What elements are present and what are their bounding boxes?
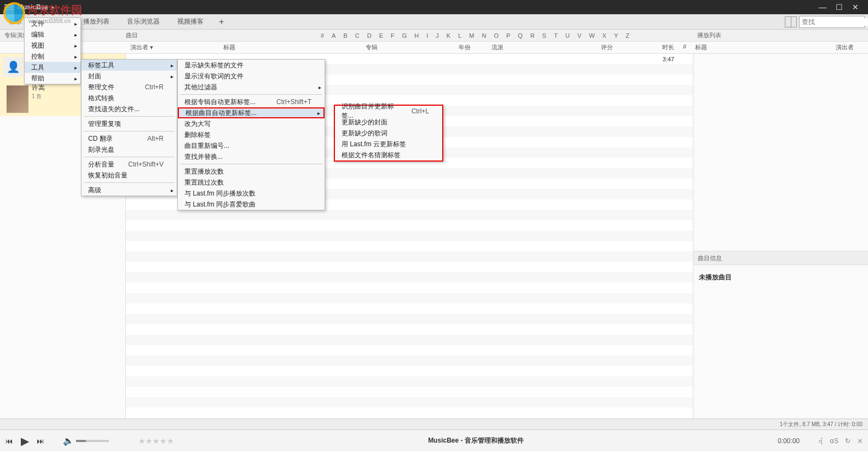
col-title[interactable]: 标题 bbox=[219, 43, 361, 51]
lastfm-icon[interactable]: ɑS bbox=[830, 437, 838, 445]
title-dropdown-icon[interactable]: ▾ bbox=[51, 4, 54, 10]
pl-col-title[interactable]: 标题 bbox=[695, 43, 707, 51]
menu-cover[interactable]: 封面▸ bbox=[82, 71, 177, 82]
alpha-letter[interactable]: S bbox=[542, 32, 546, 39]
track-row[interactable] bbox=[126, 324, 693, 335]
alpha-letter[interactable]: O bbox=[494, 32, 499, 39]
track-row[interactable] bbox=[126, 283, 693, 293]
add-tab-button[interactable]: + bbox=[212, 17, 230, 27]
alpha-letter[interactable]: W bbox=[589, 32, 594, 39]
track-row[interactable] bbox=[126, 262, 693, 272]
alpha-letter[interactable]: A bbox=[332, 32, 335, 39]
pl-col-num[interactable]: # bbox=[683, 43, 686, 51]
alpha-letter[interactable]: Y bbox=[614, 32, 618, 39]
track-row[interactable] bbox=[126, 376, 693, 387]
menu-renumber[interactable]: 曲目重新编号... bbox=[178, 140, 325, 151]
menu-advanced[interactable]: 高级▸ bbox=[82, 185, 177, 196]
alpha-letter[interactable]: Z bbox=[626, 32, 629, 39]
volume-control[interactable]: 🔈 bbox=[63, 435, 109, 446]
alpha-letter[interactable]: X bbox=[603, 32, 606, 39]
repeat-icon[interactable]: ↻ bbox=[845, 437, 850, 445]
track-row[interactable] bbox=[126, 397, 693, 408]
menu-lastfm-sync-play[interactable]: 与 Last.fm 同步播放次数 bbox=[178, 188, 325, 199]
track-row[interactable] bbox=[126, 231, 693, 241]
menu-control[interactable]: 控制▸ bbox=[25, 51, 80, 62]
alpha-letter[interactable]: # bbox=[321, 32, 324, 39]
alpha-letter[interactable]: P bbox=[506, 32, 510, 39]
menu-delete-tags[interactable]: 删除标签 bbox=[178, 129, 325, 140]
track-row[interactable] bbox=[126, 303, 693, 314]
menu-manage-dup[interactable]: 管理重复项 bbox=[82, 118, 177, 129]
menu-file[interactable]: 文件▸ bbox=[25, 18, 80, 29]
track-row[interactable] bbox=[126, 314, 693, 324]
alpha-letter[interactable]: B bbox=[343, 32, 347, 39]
track-row[interactable] bbox=[126, 210, 693, 220]
maximize-button[interactable]: ☐ bbox=[831, 3, 847, 12]
play-button[interactable]: ▶ bbox=[21, 434, 29, 448]
track-row[interactable] bbox=[126, 366, 693, 376]
hamburger-icon[interactable] bbox=[4, 4, 13, 10]
menu-help[interactable]: 帮助▸ bbox=[25, 73, 80, 84]
alpha-letter[interactable]: K bbox=[447, 32, 450, 39]
menu-lastfm-sync-love[interactable]: 与 Last.fm 同步喜爱歌曲 bbox=[178, 199, 325, 210]
alpha-letter[interactable]: M bbox=[469, 32, 474, 39]
menu-tag-tools[interactable]: 标签工具▸ bbox=[82, 60, 177, 71]
alpha-letter[interactable]: J bbox=[436, 32, 439, 39]
col-rating[interactable]: 评分 bbox=[597, 43, 646, 51]
menu-show-missing-lyrics[interactable]: 显示没有歌词的文件 bbox=[178, 71, 325, 82]
menu-update-by-album[interactable]: 根据专辑自动更新标签...Ctrl+Shift+T bbox=[178, 96, 325, 107]
track-row[interactable] bbox=[126, 293, 693, 303]
prev-button[interactable]: ⏮ bbox=[5, 437, 13, 445]
menu-analyze-vol[interactable]: 分析音量Ctrl+Shift+V bbox=[82, 159, 177, 170]
menu-tools[interactable]: 工具▸ bbox=[25, 62, 80, 73]
col-year[interactable]: 年份 bbox=[454, 43, 487, 51]
tab-video-podcast[interactable]: 视频播客 bbox=[169, 14, 212, 29]
menu-reset-play[interactable]: 重置播放次数 bbox=[178, 166, 325, 177]
menu-organize[interactable]: 整理文件Ctrl+R bbox=[82, 82, 177, 93]
shuffle-icon[interactable]: ⤨ bbox=[857, 437, 863, 445]
menu-guess-filename[interactable]: 根据文件名猜测标签 bbox=[335, 150, 442, 161]
menu-to-upper[interactable]: 改为大写 bbox=[178, 118, 325, 129]
track-row[interactable] bbox=[126, 387, 693, 397]
track-row[interactable] bbox=[126, 335, 693, 345]
menu-view[interactable]: 视图▸ bbox=[25, 40, 80, 51]
equalizer-icon[interactable]: ⢾ bbox=[818, 437, 823, 445]
col-album[interactable]: 专辑 bbox=[361, 43, 454, 51]
menu-update-by-track[interactable]: 根据曲目自动更新标签...▸ bbox=[178, 107, 325, 118]
menu-cd-rip[interactable]: CD 翻录Alt+R bbox=[82, 133, 177, 144]
next-button[interactable]: ⏭ bbox=[37, 437, 44, 445]
tab-playlist[interactable]: 播放列表 bbox=[74, 14, 118, 29]
alpha-letter[interactable]: I bbox=[426, 32, 428, 39]
alpha-letter[interactable]: U bbox=[565, 32, 570, 39]
track-row[interactable] bbox=[126, 345, 693, 356]
rating-stars[interactable]: ★★★★★ bbox=[138, 437, 174, 445]
alpha-letter[interactable]: H bbox=[414, 32, 419, 39]
alpha-letter[interactable]: C bbox=[355, 32, 360, 39]
alpha-letter[interactable]: N bbox=[482, 32, 486, 39]
layout-icon[interactable] bbox=[785, 16, 797, 27]
search-input[interactable] bbox=[802, 18, 868, 26]
col-artist[interactable]: 演出者 ▾ bbox=[126, 43, 219, 51]
track-row[interactable] bbox=[126, 220, 693, 231]
alpha-letter[interactable]: G bbox=[402, 32, 407, 39]
alpha-letter[interactable]: V bbox=[577, 32, 581, 39]
alpha-letter[interactable]: T bbox=[554, 32, 558, 39]
track-row[interactable] bbox=[126, 408, 693, 418]
menu-identify-track[interactable]: 识别曲目并更新标签...Ctrl+L bbox=[335, 106, 442, 117]
menu-format-convert[interactable]: 格式转换 bbox=[82, 93, 177, 104]
alpha-letter[interactable]: Q bbox=[518, 32, 523, 39]
tab-music-browser[interactable]: 音乐浏览器 bbox=[118, 14, 169, 29]
menu-update-cover[interactable]: 更新缺少的封面 bbox=[335, 117, 442, 128]
track-row[interactable] bbox=[126, 272, 693, 283]
menu-lastfm-cloud[interactable]: 用 Last.fm 云更新标签 bbox=[335, 139, 442, 150]
menu-reset-skip[interactable]: 重置跳过次数 bbox=[178, 177, 325, 188]
menu-burn-disc[interactable]: 刻录光盘 bbox=[82, 144, 177, 155]
pl-col-artist[interactable]: 演出者 bbox=[836, 43, 854, 51]
col-genre[interactable]: 流派 bbox=[487, 43, 597, 51]
menu-edit[interactable]: 编辑▸ bbox=[25, 29, 80, 40]
menu-restore-vol[interactable]: 恢复初始音量 bbox=[82, 170, 177, 181]
alpha-letter[interactable]: E bbox=[379, 32, 383, 39]
track-row[interactable] bbox=[126, 251, 693, 262]
volume-slider[interactable] bbox=[76, 440, 109, 442]
track-row[interactable] bbox=[126, 241, 693, 251]
